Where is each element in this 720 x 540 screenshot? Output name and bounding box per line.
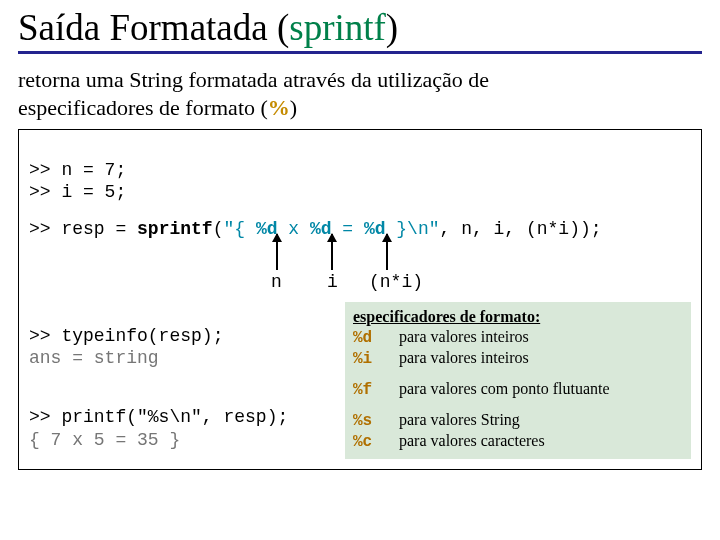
code-typeinfo: >> typeinfo(resp); — [29, 326, 223, 346]
spec-heading: especificadores de formato: — [353, 308, 683, 326]
code-assign-block: >> n = 7; >> i = 5; — [29, 136, 691, 204]
lower-row: >> typeinfo(resp); ans = string >> print… — [29, 302, 691, 459]
code-assign-n: >> n = 7; — [29, 160, 126, 180]
code-assign-i: >> i = 5; — [29, 182, 126, 202]
arrow-row: n i (n*i) — [29, 234, 691, 294]
spec-desc-f: para valores com ponto flutuante — [399, 380, 683, 398]
title-close: ) — [386, 7, 398, 48]
title-accent: sprintf — [289, 7, 386, 48]
left-column: >> typeinfo(resp); ans = string >> print… — [29, 302, 329, 451]
title-rule — [18, 51, 702, 54]
format-spec-box: especificadores de formato: %d para valo… — [345, 302, 691, 459]
intro-line-2b: ) — [290, 95, 297, 120]
intro-line-2a: especificadores de formato ( — [18, 95, 268, 120]
spec-row-i: %i para valores inteiros — [353, 349, 683, 368]
code-output: { 7 x 5 = 35 } — [29, 430, 180, 450]
code-ans: ans = string — [29, 348, 159, 368]
spec-desc-i: para valores inteiros — [399, 349, 683, 367]
arrow-label-ni: (n*i) — [369, 272, 423, 292]
code-typeinfo-block: >> typeinfo(resp); ans = string — [29, 302, 329, 370]
slide: Saída Formatada (sprintf) retorna uma St… — [0, 0, 720, 480]
spec-code-c: %c — [353, 433, 389, 451]
arrow-label-i: i — [327, 272, 338, 292]
arrow-i — [331, 234, 333, 270]
intro-line-1: retorna uma String formatada através da … — [18, 67, 489, 92]
spec-desc-d: para valores inteiros — [399, 328, 683, 346]
spec-code-d: %d — [353, 329, 389, 347]
arrow-n — [276, 234, 278, 270]
spec-row-s: %s para valores String — [353, 411, 683, 430]
spec-code-s: %s — [353, 412, 389, 430]
slide-title: Saída Formatada (sprintf) — [18, 6, 702, 49]
code-printf-block: >> printf("%s\n", resp); { 7 x 5 = 35 } — [29, 384, 329, 452]
intro-text: retorna uma String formatada através da … — [18, 66, 702, 121]
spec-row-c: %c para valores caracteres — [353, 432, 683, 451]
spec-row-d: %d para valores inteiros — [353, 328, 683, 347]
code-printf: >> printf("%s\n", resp); — [29, 407, 288, 427]
arrow-ni — [386, 234, 388, 270]
spec-desc-c: para valores caracteres — [399, 432, 683, 450]
spec-code-i: %i — [353, 350, 389, 368]
spec-code-f: %f — [353, 381, 389, 399]
title-main: Saída Formatada ( — [18, 7, 289, 48]
percent-symbol: % — [268, 95, 290, 120]
spec-row-f: %f para valores com ponto flutuante — [353, 380, 683, 399]
arrow-label-n: n — [271, 272, 282, 292]
code-box: >> n = 7; >> i = 5; >> resp = sprintf("{… — [18, 129, 702, 470]
spec-desc-s: para valores String — [399, 411, 683, 429]
